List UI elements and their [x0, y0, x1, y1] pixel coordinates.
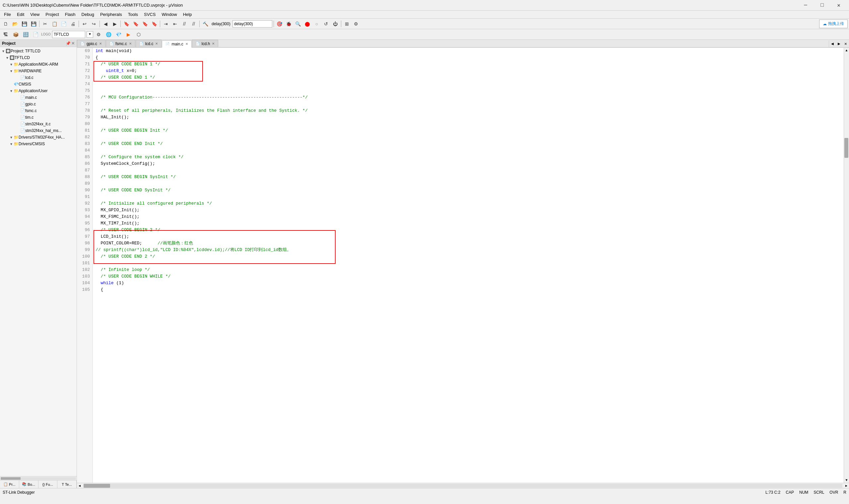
tb2-options-button[interactable]: ⚙: [94, 31, 103, 38]
paste-button[interactable]: 📄: [59, 20, 68, 28]
tb2-pack-button[interactable]: 📄: [31, 31, 40, 38]
tab-mainc[interactable]: 📄 main.c ✕: [162, 40, 191, 48]
vertical-scrollbar[interactable]: ▲ ▼: [844, 48, 849, 483]
bookmark4-button[interactable]: 🔖: [150, 20, 159, 28]
tb2-layers-button[interactable]: 🔢: [21, 31, 30, 38]
indent-button[interactable]: ⇥: [162, 20, 170, 28]
bookmark3-button[interactable]: 🔖: [141, 20, 149, 28]
debug-function-input[interactable]: [233, 20, 272, 28]
cut-button[interactable]: ✂: [41, 20, 50, 28]
hscroll-thumb[interactable]: [84, 484, 110, 488]
tab-lcdh-close[interactable]: ✕: [212, 42, 215, 46]
project-select-dropdown[interactable]: ▼: [87, 31, 93, 38]
tab-close-all[interactable]: ✕: [842, 40, 849, 47]
tab-lcdc-close[interactable]: ✕: [155, 42, 158, 46]
sidebar-tab-functions[interactable]: {} Fu...: [38, 481, 58, 488]
menu-help[interactable]: Help: [180, 11, 195, 18]
sidebar-item-appmdkarm[interactable]: ▼ 📁 Application/MDK-ARM: [0, 61, 77, 68]
close-button[interactable]: ✕: [831, 1, 846, 10]
copy-button[interactable]: 📋: [50, 20, 59, 28]
new-file-button[interactable]: 🗋: [1, 20, 10, 28]
tb2-env-button[interactable]: 🌐: [105, 31, 113, 38]
tab-gpioc[interactable]: 📄 gpio.c ✕: [77, 40, 106, 47]
unindent-button[interactable]: ⇤: [171, 20, 179, 28]
menu-edit[interactable]: Edit: [14, 11, 27, 18]
tab-scroll-right[interactable]: ▶: [836, 40, 842, 47]
tb2-build-button[interactable]: 🏗: [1, 31, 10, 38]
power-button[interactable]: ⏻: [331, 20, 340, 28]
tb2-hexagon-button[interactable]: ⬡: [134, 31, 143, 38]
sidebar-item-project[interactable]: ▼ 🔲 Project: TFTLCD: [0, 48, 77, 54]
sidebar-item-hardware[interactable]: ▼ 📁 HARDWARE: [0, 68, 77, 74]
debug-target-button[interactable]: 🐞: [285, 20, 293, 28]
tab-lcdh[interactable]: 📄 lcd.h ✕: [192, 40, 218, 47]
build-button[interactable]: 🔨: [201, 20, 210, 28]
tb2-flash-button[interactable]: ▶: [124, 31, 133, 38]
sidebar-scrollbar[interactable]: [0, 476, 77, 480]
tab-mainc-close[interactable]: ✕: [185, 42, 188, 46]
uncomment-button[interactable]: //: [189, 20, 198, 28]
upload-button[interactable]: ☁ 拖拽上传: [819, 20, 848, 28]
undo-button[interactable]: ↩: [80, 20, 89, 28]
tab-fsmcc[interactable]: 📄 fsmc.c ✕: [106, 40, 135, 47]
target-options-button[interactable]: 🎯: [275, 20, 284, 28]
save-all-button[interactable]: 💾: [29, 20, 38, 28]
sidebar-item-cmsis[interactable]: 💎 CMSIS: [0, 81, 77, 88]
sidebar-item-stm32halc[interactable]: 📄 stm32f4xx_hal_ms...: [0, 127, 77, 134]
sidebar-close-icon[interactable]: ✕: [71, 41, 75, 46]
print-button[interactable]: 🖨: [69, 20, 77, 28]
menu-window[interactable]: Window: [159, 11, 179, 18]
settings-button[interactable]: ⚙: [352, 20, 361, 28]
bookmark2-button[interactable]: 🔖: [131, 20, 140, 28]
tab-scroll-left[interactable]: ◀: [829, 40, 836, 47]
hscroll-left-button[interactable]: ◀: [77, 483, 82, 488]
sidebar-tab-books[interactable]: 📚 Bo...: [19, 481, 38, 488]
hscroll-right-button[interactable]: ▶: [844, 483, 849, 488]
maximize-button[interactable]: □: [814, 1, 830, 10]
menu-peripherals[interactable]: Peripherals: [97, 11, 125, 18]
sidebar-tab-templates[interactable]: T Te...: [57, 481, 77, 488]
menu-file[interactable]: File: [1, 11, 14, 18]
menu-tools[interactable]: Tools: [125, 11, 141, 18]
tab-fsmcc-close[interactable]: ✕: [129, 42, 132, 46]
scroll-up-button[interactable]: ▲: [844, 48, 849, 53]
menu-view[interactable]: View: [28, 11, 42, 18]
project-select[interactable]: TFTLCD: [52, 31, 85, 38]
sidebar-item-gpioc[interactable]: 📄 gpio.c: [0, 101, 77, 107]
tab-lcdc[interactable]: 📄 lcd.c ✕: [136, 40, 162, 47]
code-content[interactable]: int main(void) { /* USER CODE BEGIN 1 */…: [93, 48, 844, 483]
grid-button[interactable]: ⊞: [343, 20, 351, 28]
scroll-thumb[interactable]: [844, 138, 848, 158]
find-button[interactable]: 🔍: [294, 20, 303, 28]
sidebar-scroll-thumb[interactable]: [1, 477, 21, 480]
sidebar-pin-icon[interactable]: 📌: [66, 41, 71, 46]
sidebar-item-appuser[interactable]: ▼ 📁 Application/User: [0, 88, 77, 94]
comment-button[interactable]: //: [180, 20, 189, 28]
sidebar-tab-project[interactable]: 📋 Pr...: [0, 481, 19, 488]
tb2-build2-button[interactable]: 📦: [11, 31, 20, 38]
code-hscroll[interactable]: ◀ ▶: [77, 483, 849, 488]
scroll-down-button[interactable]: ▼: [844, 478, 849, 483]
tab-gpioc-close[interactable]: ✕: [99, 42, 102, 46]
minimize-button[interactable]: ─: [798, 1, 813, 10]
tb2-gem-button[interactable]: 💎: [114, 31, 123, 38]
stop-button[interactable]: ⬤: [303, 20, 312, 28]
sidebar-item-mainc[interactable]: 📄 main.c: [0, 94, 77, 101]
sidebar-item-driversCMSIS[interactable]: ▼ 📁 Drivers/CMSIS: [0, 141, 77, 147]
menu-flash[interactable]: Flash: [62, 11, 78, 18]
sidebar-item-driversSTM[interactable]: ▼ 📁 Drivers/STM32F4xx_HA...: [0, 134, 77, 141]
nav-back-button[interactable]: ◀: [101, 20, 110, 28]
sidebar-item-timc[interactable]: 📄 tim.c: [0, 114, 77, 121]
menu-svcs[interactable]: SVCS: [141, 11, 158, 18]
run-button[interactable]: ○: [312, 20, 321, 28]
sidebar-item-lcdchw[interactable]: 📄 lcd.c: [0, 74, 77, 81]
sidebar-item-tftlcd[interactable]: ▼ 🔲 TFTLCD: [0, 54, 77, 61]
redo-button[interactable]: ↪: [90, 20, 98, 28]
menu-project[interactable]: Project: [43, 11, 61, 18]
sidebar-item-stm32itc[interactable]: 📄 stm32f4xx_it.c: [0, 121, 77, 127]
nav-fwd-button[interactable]: ▶: [110, 20, 119, 28]
save-button[interactable]: 💾: [20, 20, 29, 28]
reset-button[interactable]: ↺: [322, 20, 330, 28]
menu-debug[interactable]: Debug: [79, 11, 97, 18]
open-file-button[interactable]: 📂: [11, 20, 19, 28]
